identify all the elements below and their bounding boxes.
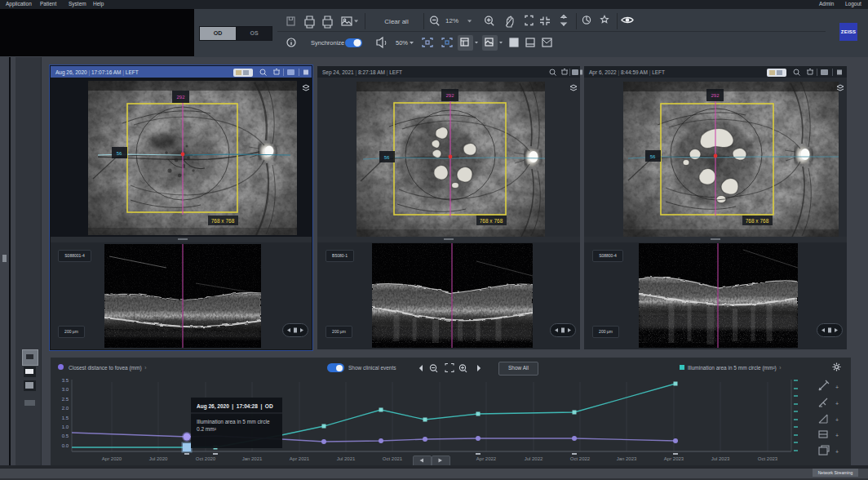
svg-text:Jan 2021: Jan 2021 [242, 456, 263, 461]
svg-text:Aug 26, 2020 | 17:04:28 |: Aug 26, 2020 | 17:04:28 | OD [197, 403, 273, 410]
svg-text:50%: 50% [396, 39, 408, 47]
svg-text:292: 292 [711, 93, 720, 98]
svg-text:3.5: 3.5 [62, 378, 69, 383]
svg-text:1.5: 1.5 [62, 416, 69, 420]
svg-text:768 x 768: 768 x 768 [211, 218, 235, 224]
svg-text:Oct 2021: Oct 2021 [383, 456, 403, 461]
svg-text:Apr 2022: Apr 2022 [476, 456, 497, 461]
svg-text:+: + [835, 401, 839, 407]
svg-text:3.0: 3.0 [62, 387, 69, 392]
svg-text:Jul 2020: Jul 2020 [149, 456, 168, 461]
svg-text:+: + [835, 449, 839, 455]
svg-text:Apr 2021: Apr 2021 [290, 456, 310, 461]
svg-text:Illumination area in 5 mm circ: Illumination area in 5 mm circle [197, 419, 270, 424]
svg-text:12%: 12% [445, 17, 458, 24]
svg-text:+: + [835, 433, 839, 438]
svg-text:292: 292 [445, 93, 454, 98]
svg-text:+: + [835, 384, 839, 390]
svg-text:1.0: 1.0 [62, 424, 69, 429]
svg-text:0.0: 0.0 [62, 443, 69, 448]
svg-text:Oct 2020: Oct 2020 [196, 456, 216, 461]
svg-text:Jul 2021: Jul 2021 [337, 456, 356, 461]
svg-text:Oct 2023: Oct 2023 [758, 456, 778, 461]
svg-text:56: 56 [117, 151, 122, 156]
svg-text:2.5: 2.5 [62, 397, 69, 402]
svg-text:768 x 768: 768 x 768 [480, 218, 503, 224]
svg-text:Jul 2022: Jul 2022 [525, 456, 543, 461]
svg-text:0.2 mm²: 0.2 mm² [197, 426, 217, 432]
svg-text:0.5: 0.5 [62, 433, 69, 438]
svg-text:Oct 2022: Oct 2022 [570, 456, 591, 461]
svg-text:292: 292 [176, 95, 185, 100]
svg-text:Apr 2020: Apr 2020 [102, 456, 122, 461]
svg-text:2.0: 2.0 [62, 406, 69, 411]
svg-text:Synchronize: Synchronize [311, 39, 344, 47]
svg-text:Jul 2023: Jul 2023 [711, 456, 730, 461]
svg-text:56: 56 [384, 155, 390, 160]
svg-text:+: + [835, 417, 839, 423]
svg-text:Apr 2023: Apr 2023 [664, 456, 684, 461]
svg-text:Jan 2023: Jan 2023 [617, 456, 637, 461]
svg-text:Clear all: Clear all [384, 18, 409, 25]
svg-text:56: 56 [650, 154, 656, 159]
svg-text:768 x 768: 768 x 768 [746, 218, 769, 224]
